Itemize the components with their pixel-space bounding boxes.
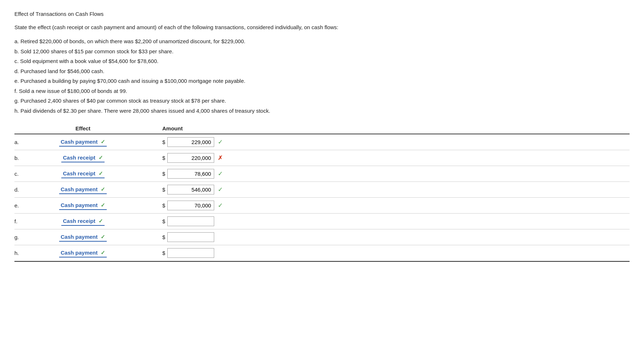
- amount-input[interactable]: [167, 201, 214, 210]
- amount-correct-icon: ✓: [218, 186, 223, 193]
- row-letter: c.: [14, 171, 32, 177]
- table-section: Effect Amount a.Cash payment ✓$✓b.Cash r…: [14, 125, 630, 262]
- dollar-sign: $: [162, 250, 165, 256]
- amount-cell: $: [162, 216, 214, 226]
- header-amount: Amount: [162, 125, 183, 131]
- amount-cell: $✓: [162, 201, 223, 210]
- table-row: a.Cash payment ✓$✓: [14, 134, 630, 150]
- instructions-text: State the effect (cash receipt or cash p…: [14, 24, 630, 30]
- row-letter: h.: [14, 250, 32, 256]
- amount-correct-icon: ✓: [218, 138, 223, 146]
- header-effect: Effect: [32, 125, 133, 131]
- amount-input[interactable]: [167, 169, 214, 179]
- effect-check-icon: ✓: [98, 154, 103, 161]
- table-bottom-border: [14, 261, 630, 262]
- row-letter: b.: [14, 155, 32, 161]
- problem-item: h. Paid dividends of $2.30 per share. Th…: [14, 106, 630, 116]
- effect-dropdown[interactable]: Cash payment ✓: [59, 233, 107, 242]
- effect-check-icon: ✓: [101, 202, 105, 209]
- row-letter: d.: [14, 187, 32, 193]
- problem-item: g. Purchased 2,400 shares of $40 par com…: [14, 96, 630, 106]
- effect-cell[interactable]: Cash receipt ✓: [32, 154, 133, 162]
- dollar-sign: $: [162, 139, 165, 145]
- table-rows-container: a.Cash payment ✓$✓b.Cash receipt ✓$✗c.Ca…: [14, 134, 630, 261]
- table-row: c.Cash receipt ✓$✓: [14, 166, 630, 182]
- table-header: Effect Amount: [14, 125, 630, 134]
- dollar-sign: $: [162, 234, 165, 240]
- amount-input[interactable]: [167, 216, 214, 226]
- effect-check-icon: ✓: [98, 170, 103, 177]
- problem-item: a. Retired $220,000 of bonds, on which t…: [14, 37, 630, 46]
- effect-check-icon: ✓: [101, 234, 105, 240]
- effect-cell[interactable]: Cash payment ✓: [32, 138, 133, 147]
- amount-correct-icon: ✓: [218, 170, 223, 178]
- table-row: g.Cash payment ✓$: [14, 229, 630, 245]
- amount-input[interactable]: [167, 248, 214, 258]
- table-row: f.Cash receipt ✓$: [14, 214, 630, 229]
- problem-list: a. Retired $220,000 of bonds, on which t…: [14, 37, 630, 115]
- table-row: e.Cash payment ✓$✓: [14, 198, 630, 214]
- table-row: b.Cash receipt ✓$✗: [14, 150, 630, 166]
- effect-cell[interactable]: Cash payment ✓: [32, 185, 133, 194]
- dollar-sign: $: [162, 155, 165, 161]
- amount-cell: $✗: [162, 153, 223, 163]
- amount-cell: $: [162, 232, 214, 242]
- amount-input[interactable]: [167, 185, 214, 194]
- row-letter: g.: [14, 234, 32, 240]
- problem-item: b. Sold 12,000 shares of $15 par common …: [14, 47, 630, 56]
- dollar-sign: $: [162, 202, 165, 209]
- amount-cell: $✓: [162, 137, 223, 147]
- effect-check-icon: ✓: [101, 186, 105, 193]
- effect-dropdown[interactable]: Cash payment ✓: [59, 249, 107, 257]
- effect-dropdown[interactable]: Cash payment ✓: [59, 201, 107, 210]
- amount-cell: $: [162, 248, 214, 258]
- effect-dropdown[interactable]: Cash payment ✓: [59, 138, 107, 147]
- effect-check-icon: ✓: [98, 218, 103, 224]
- effect-dropdown[interactable]: Cash payment ✓: [59, 185, 107, 194]
- dollar-sign: $: [162, 171, 165, 177]
- amount-correct-icon: ✓: [218, 202, 223, 209]
- effect-dropdown[interactable]: Cash receipt ✓: [61, 170, 104, 178]
- amount-cell: $✓: [162, 169, 223, 179]
- amount-input[interactable]: [167, 137, 214, 147]
- dollar-sign: $: [162, 218, 165, 224]
- effect-dropdown[interactable]: Cash receipt ✓: [61, 154, 104, 162]
- dollar-sign: $: [162, 187, 165, 193]
- effect-dropdown[interactable]: Cash receipt ✓: [61, 217, 104, 226]
- amount-input[interactable]: [167, 153, 214, 163]
- row-letter: a.: [14, 139, 32, 145]
- effect-cell[interactable]: Cash payment ✓: [32, 201, 133, 210]
- amount-input[interactable]: [167, 232, 214, 242]
- effect-cell[interactable]: Cash receipt ✓: [32, 170, 133, 178]
- table-row: h.Cash payment ✓$: [14, 245, 630, 261]
- row-letter: e.: [14, 202, 32, 209]
- problem-item: f. Sold a new issue of $180,000 of bonds…: [14, 86, 630, 96]
- effect-check-icon: ✓: [101, 250, 105, 256]
- row-letter: f.: [14, 218, 32, 224]
- page-title: Effect of Transactions on Cash Flows: [14, 11, 630, 17]
- amount-cell: $✓: [162, 185, 223, 194]
- amount-incorrect-icon: ✗: [218, 154, 223, 162]
- effect-cell[interactable]: Cash payment ✓: [32, 233, 133, 242]
- effect-cell[interactable]: Cash payment ✓: [32, 249, 133, 257]
- problem-item: e. Purchased a building by paying $70,00…: [14, 76, 630, 86]
- effect-check-icon: ✓: [101, 139, 105, 145]
- problem-item: d. Purchased land for $546,000 cash.: [14, 67, 630, 76]
- effect-cell[interactable]: Cash receipt ✓: [32, 217, 133, 226]
- table-row: d.Cash payment ✓$✓: [14, 182, 630, 198]
- problem-item: c. Sold equipment with a book value of $…: [14, 57, 630, 66]
